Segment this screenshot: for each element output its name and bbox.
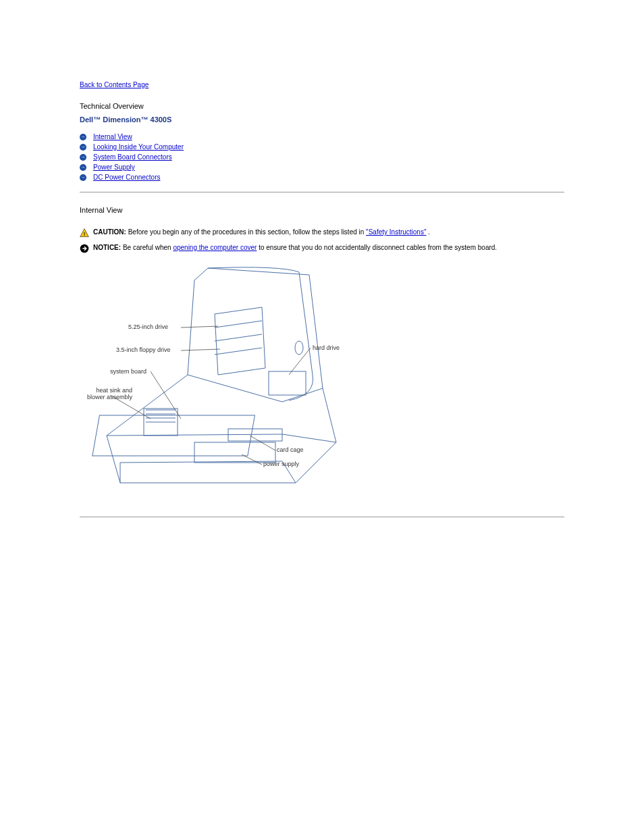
toc-link-looking-inside[interactable]: Looking Inside Your Computer [93, 143, 184, 151]
notice-block: NOTICE: Be careful when opening the comp… [80, 243, 564, 253]
label-system-board: system board [110, 368, 146, 375]
caution-text-after: . [428, 228, 430, 236]
caution-icon: ! [80, 228, 89, 238]
section-title: Internal View [80, 206, 564, 214]
label-hard-drive: hard drive [313, 344, 340, 351]
safety-instructions-link[interactable]: "Safety Instructions" [366, 228, 426, 236]
notice-text-before: Be careful when [123, 244, 173, 251]
internal-view-diagram: 5.25-inch drive 3.5-inch floppy drive sy… [80, 260, 564, 503]
divider [80, 517, 564, 517]
caution-label: CAUTION: [93, 228, 126, 236]
label-card-cage: card cage [277, 446, 304, 453]
label-floppy-drive: 3.5-inch floppy drive [116, 346, 171, 353]
toc-link-system-board[interactable]: System Board Connectors [93, 153, 172, 161]
arrow-bullet-icon [80, 134, 86, 140]
label-heat-sink: heat sink and blower assembly [78, 387, 132, 400]
toc-item: DC Power Connectors [80, 174, 564, 181]
arrow-bullet-icon [80, 154, 86, 161]
toc-link-power-supply[interactable]: Power Supply [93, 163, 135, 171]
toc-link-dc-power[interactable]: DC Power Connectors [93, 174, 160, 181]
notice-text-after: to ensure that you do not accidentally d… [259, 244, 497, 251]
arrow-bullet-icon [80, 164, 86, 171]
notice-label: NOTICE: [93, 244, 121, 251]
svg-line-11 [151, 371, 181, 419]
svg-point-3 [295, 341, 303, 355]
arrow-bullet-icon [80, 144, 86, 151]
back-to-contents-link[interactable]: Back to Contents Page [80, 81, 149, 88]
svg-line-14 [250, 436, 275, 450]
arrow-bullet-icon [80, 174, 86, 181]
notice-text: NOTICE: Be careful when opening the comp… [93, 243, 497, 253]
notice-icon [80, 244, 89, 253]
svg-text:!: ! [84, 231, 86, 237]
caution-text: CAUTION: Before you begin any of the pro… [93, 228, 430, 237]
toc-item: Internal View [80, 133, 564, 140]
svg-line-9 [181, 326, 218, 328]
opening-cover-link[interactable]: opening the computer cover [173, 244, 257, 251]
computer-internal-svg [80, 260, 417, 503]
page-title: Technical Overview [80, 102, 564, 110]
table-of-contents: Internal View Looking Inside Your Comput… [80, 133, 564, 181]
svg-rect-6 [194, 442, 275, 463]
toc-link-internal-view[interactable]: Internal View [93, 133, 132, 140]
divider [80, 192, 564, 192]
caution-text-before: Before you begin any of the procedures i… [128, 228, 366, 236]
toc-item: System Board Connectors [80, 153, 564, 161]
svg-line-15 [242, 454, 262, 465]
toc-item: Power Supply [80, 163, 564, 171]
svg-line-10 [181, 349, 220, 350]
label-525-drive: 5.25-inch drive [128, 323, 168, 330]
caution-notice: ! CAUTION: Before you begin any of the p… [80, 228, 564, 238]
svg-rect-8 [269, 371, 306, 395]
toc-item: Looking Inside Your Computer [80, 143, 564, 151]
svg-line-13 [289, 348, 311, 375]
product-subtitle: Dell™ Dimension™ 4300S [80, 115, 564, 124]
label-power-supply: power supply [263, 461, 299, 467]
